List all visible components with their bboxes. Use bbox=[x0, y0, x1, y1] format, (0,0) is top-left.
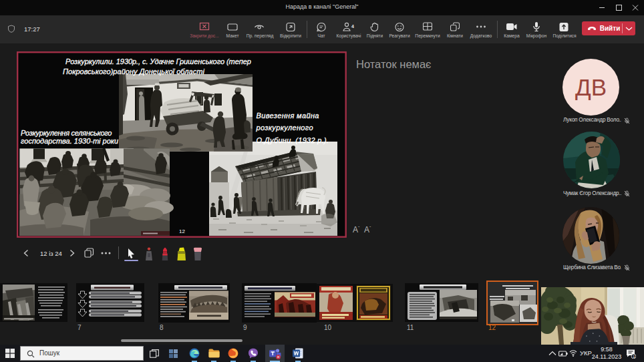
svg-text:О.Дубини. (1932 р.).: О.Дубини. (1932 р.). bbox=[257, 136, 329, 144]
svg-text:розкуркуленого: розкуркуленого bbox=[256, 124, 313, 132]
svg-text:Розкуркулили. 1930р., с. Удачн: Розкуркулили. 1930р., с. Удачне Гришенсь… bbox=[65, 57, 251, 65]
svg-text:Покровського)району Донецької: Покровського)району Донецької області bbox=[63, 67, 205, 75]
svg-text:господарства. 1930-ті роки: господарства. 1930-ті роки bbox=[21, 137, 118, 145]
svg-text:4: 4 bbox=[351, 24, 354, 29]
svg-text:12: 12 bbox=[179, 228, 185, 234]
svg-text:Вивезення майна: Вивезення майна bbox=[257, 112, 319, 120]
svg-text:Розкуркулення селянського: Розкуркулення селянського bbox=[21, 129, 112, 137]
